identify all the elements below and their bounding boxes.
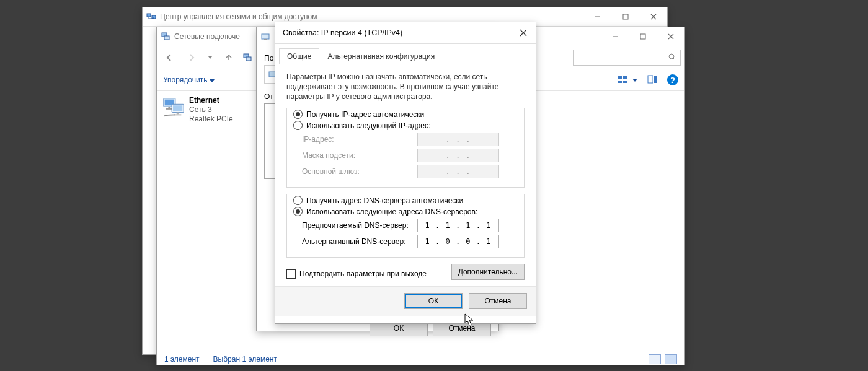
tab-strip: Общие Альтернативная конфигурация xyxy=(275,44,536,64)
titlebar[interactable]: Свойства: IP версии 4 (TCP/IPv4) xyxy=(275,22,536,44)
svg-rect-10 xyxy=(623,76,627,79)
maximize-button[interactable] xyxy=(611,7,639,26)
svg-rect-5 xyxy=(640,34,645,39)
subnet-mask-input: . . . xyxy=(417,149,499,162)
svg-rect-0 xyxy=(147,14,151,17)
view-details-button[interactable] xyxy=(649,354,661,364)
preview-pane-button[interactable] xyxy=(647,74,657,86)
svg-rect-14 xyxy=(654,76,657,83)
adapter-icon xyxy=(260,32,270,41)
radio-icon xyxy=(293,121,303,130)
view-options-button[interactable] xyxy=(618,75,637,85)
field-ip-address: IP-адрес: . . . xyxy=(302,133,518,146)
field-alternate-dns: Альтернативный DNS-сервер: 1 . 0 . 0 . 1 xyxy=(302,235,518,248)
network-connections-icon xyxy=(242,53,252,63)
search-icon xyxy=(668,53,676,63)
field-preferred-dns: Предпочитаемый DNS-сервер: 1 . 1 . 1 . 1 xyxy=(302,219,518,232)
preferred-dns-input[interactable]: 1 . 1 . 1 . 1 xyxy=(417,219,499,232)
network-connections-icon xyxy=(161,32,170,41)
minimize-button[interactable] xyxy=(583,7,611,26)
svg-rect-20 xyxy=(173,105,182,111)
minimize-button[interactable] xyxy=(601,27,629,46)
ip-address-group: Получить IP-адрес автоматически Использо… xyxy=(286,108,525,188)
nav-recent-dropdown[interactable] xyxy=(205,49,215,66)
svg-rect-21 xyxy=(177,113,179,115)
radio-icon xyxy=(293,110,303,119)
svg-rect-24 xyxy=(264,39,267,40)
svg-rect-12 xyxy=(623,81,627,83)
radio-dns-auto[interactable]: Получить адрес DNS-сервера автоматически xyxy=(293,196,518,205)
status-item-count: 1 элемент xyxy=(164,355,200,364)
svg-rect-2 xyxy=(623,14,628,19)
search-input[interactable] xyxy=(573,50,681,66)
description-text: Параметры IP можно назначать автоматичес… xyxy=(286,72,525,102)
svg-rect-11 xyxy=(618,81,622,83)
ip-address-input: . . . xyxy=(417,133,499,146)
nav-forward-button[interactable] xyxy=(183,49,200,66)
nav-up-button[interactable] xyxy=(220,49,237,66)
radio-ip-manual[interactable]: Использовать следующий IP-адрес: xyxy=(293,121,518,130)
radio-ip-auto[interactable]: Получить IP-адрес автоматически xyxy=(293,110,518,119)
maximize-button[interactable] xyxy=(629,27,657,46)
network-center-icon xyxy=(146,12,156,22)
tab-alternate[interactable]: Альтернативная конфигурация xyxy=(319,48,443,64)
dialog-title: Свойства: IP версии 4 (TCP/IPv4) xyxy=(279,28,511,37)
radio-icon xyxy=(293,196,303,205)
help-button[interactable]: ? xyxy=(667,74,678,85)
svg-rect-13 xyxy=(648,76,653,83)
default-gateway-input: . . . xyxy=(417,165,499,178)
svg-rect-7 xyxy=(246,57,251,61)
tab-general[interactable]: Общие xyxy=(279,48,319,64)
tab-general-body: Параметры IP можно назначать автоматичес… xyxy=(275,64,536,286)
ipv4-properties-dialog: Свойства: IP версии 4 (TCP/IPv4) Общие А… xyxy=(275,22,536,324)
close-button[interactable] xyxy=(639,7,667,26)
cancel-button[interactable]: Отмена xyxy=(469,293,527,309)
dialog-button-row: ОК Отмена xyxy=(275,286,536,316)
svg-rect-9 xyxy=(618,76,622,79)
svg-rect-17 xyxy=(168,107,170,108)
connection-adapter: Realtek PCIe xyxy=(189,115,233,124)
ok-button[interactable]: ОК xyxy=(404,293,463,309)
connection-item-ethernet[interactable]: Ethernet Сеть 3 Realtek PCIe xyxy=(162,96,261,346)
view-large-button[interactable] xyxy=(665,354,677,364)
svg-point-8 xyxy=(669,54,674,59)
alternate-dns-input[interactable]: 1 . 0 . 0 . 1 xyxy=(417,235,499,248)
dns-group: Получить адрес DNS-сервера автоматически… xyxy=(286,194,525,258)
radio-dns-manual[interactable]: Использовать следующие адреса DNS-сервер… xyxy=(293,207,518,216)
validate-on-exit-checkbox[interactable]: Подтвердить параметры при выходе xyxy=(286,269,427,279)
checkbox-icon xyxy=(286,269,296,279)
ethernet-icon xyxy=(162,96,185,121)
status-selected-count: Выбран 1 элемент xyxy=(213,355,277,364)
svg-rect-23 xyxy=(262,34,269,39)
status-bar: 1 элемент Выбран 1 элемент xyxy=(157,351,684,367)
window-title: Центр управления сетями и общим доступом xyxy=(156,12,583,21)
field-default-gateway: Основной шлюз: . . . xyxy=(302,165,518,178)
field-subnet-mask: Маска подсети: . . . xyxy=(302,149,518,162)
organize-menu[interactable]: Упорядочить xyxy=(163,76,215,84)
radio-icon xyxy=(293,207,303,216)
advanced-button[interactable]: Дополнительно... xyxy=(451,264,525,280)
close-button[interactable] xyxy=(657,27,684,46)
connection-network: Сеть 3 xyxy=(189,105,233,115)
close-button[interactable] xyxy=(511,22,536,43)
connection-name: Ethernet xyxy=(189,96,233,105)
svg-rect-4 xyxy=(164,36,169,40)
nav-back-button[interactable] xyxy=(161,49,178,66)
svg-rect-22 xyxy=(174,114,181,115)
